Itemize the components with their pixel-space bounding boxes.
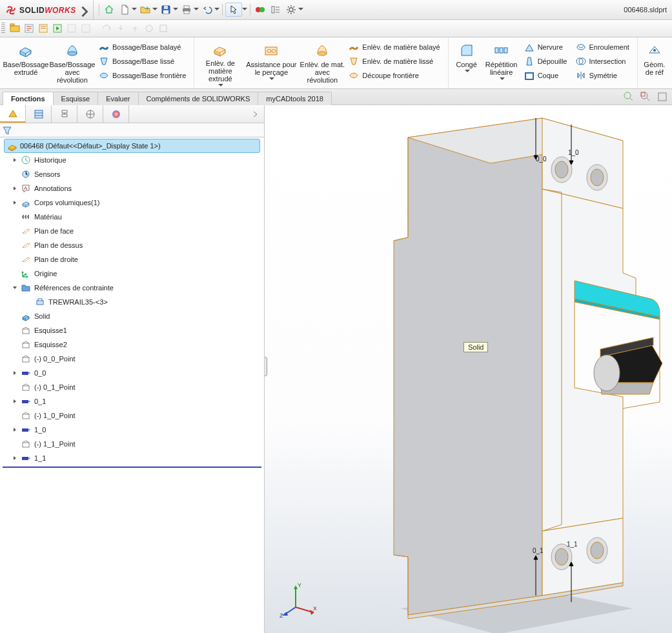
feature-tree[interactable]: 006468 (Défaut<<Défaut>_Display State 1>… <box>0 137 264 633</box>
tab-evaluer[interactable]: Evaluer <box>97 92 138 105</box>
toolbar-grip[interactable] <box>1 23 5 34</box>
intersect-button[interactable]: Intersection <box>574 54 633 68</box>
save-dropdown[interactable] <box>173 6 178 14</box>
tree-item[interactable]: Corps volumiques(1) <box>0 196 264 210</box>
pattern-button[interactable]: Répétition linéaire <box>482 39 521 88</box>
tree-item[interactable]: (-) 1_1_Point <box>0 437 264 451</box>
rebuild-button[interactable] <box>253 3 267 17</box>
tree-item[interactable]: Historique <box>0 153 264 167</box>
undo-button[interactable] <box>200 3 214 17</box>
tree-item[interactable]: Sensors <box>0 167 264 181</box>
graphics-viewport[interactable]: 0_0 1_0 0_1 1_1 Solid Y X Z <box>265 105 672 633</box>
new-dropdown[interactable] <box>132 6 137 14</box>
expand-toggle[interactable] <box>10 184 19 193</box>
tree-item[interactable]: Esquisse2 <box>0 337 264 352</box>
wrap-button[interactable]: Enroulement <box>574 40 633 54</box>
tree-item[interactable]: TREWRAIL35-<3> <box>0 295 264 309</box>
open-dropdown[interactable] <box>152 6 158 14</box>
cut-sweep-button[interactable]: Enlèv. de matière balayé <box>347 40 443 54</box>
tree-item[interactable]: 1_1 <box>0 451 264 465</box>
expand-toggle[interactable] <box>10 283 19 292</box>
mirror-icon <box>576 70 586 81</box>
tree-item[interactable]: Solid <box>0 309 264 323</box>
feature-rollback-bar[interactable] <box>3 467 261 468</box>
tree-item[interactable]: 0_0 <box>0 366 264 380</box>
tree-item[interactable]: Origine <box>0 266 264 281</box>
svg-point-22 <box>272 50 276 52</box>
tree-item[interactable]: (-) 0_1_Point <box>0 380 264 394</box>
tree-item[interactable]: AAnnotations <box>0 181 264 196</box>
home-button[interactable] <box>102 3 116 17</box>
select-button[interactable] <box>225 3 242 17</box>
boss-boundary-button[interactable]: Bossage/Base frontière <box>97 68 190 83</box>
tree-item[interactable]: 1_0 <box>0 423 264 437</box>
draft-button[interactable]: Dépouille <box>522 54 571 68</box>
fm-tab-appearance[interactable] <box>103 105 129 123</box>
filter-icon[interactable] <box>3 126 12 135</box>
boss-revolve-button[interactable]: Base/Bossage avec révolution <box>49 39 96 88</box>
expand-toggle[interactable] <box>10 425 19 434</box>
macro-btn-11 <box>157 22 170 35</box>
panel-splitter-handle[interactable] <box>265 357 267 376</box>
macro-btn-3[interactable] <box>37 22 50 35</box>
tree-item-label: 1_1 <box>34 454 46 462</box>
open-button[interactable] <box>138 3 152 17</box>
fm-tab-config[interactable] <box>52 105 77 123</box>
select-dropdown[interactable] <box>242 6 247 14</box>
options-button[interactable] <box>269 3 283 17</box>
hole-wizard-button[interactable]: Assistance pour le perçage <box>243 39 299 88</box>
boss-loft-button[interactable]: Bossage/Base lissé <box>97 54 190 68</box>
ref-geom-button[interactable]: Géom. de réf <box>640 39 669 88</box>
expand-toggle[interactable] <box>10 454 19 463</box>
tree-item[interactable]: Esquisse1 <box>0 323 264 337</box>
fm-tab-dim[interactable] <box>77 105 103 123</box>
expand-toggle[interactable] <box>10 198 19 207</box>
zoom-area-button[interactable] <box>638 90 653 104</box>
tree-item[interactable]: 0_1 <box>0 394 264 408</box>
fm-tab-tree[interactable] <box>0 105 26 123</box>
fm-tab-more[interactable] <box>129 105 264 123</box>
shell-button[interactable]: Coque <box>522 68 571 83</box>
tab-mycadtools[interactable]: myCADtools 2018 <box>258 92 332 105</box>
cut-loft-icon <box>349 56 359 66</box>
orientation-triad[interactable]: Y X Z <box>278 581 316 620</box>
macro-btn-2[interactable] <box>23 22 36 35</box>
cut-revolve-button[interactable]: Enlèv. de mat. avec révolution <box>299 39 345 88</box>
boss-sweep-button[interactable]: Bossage/Base balayé <box>97 40 190 54</box>
macro-btn-4[interactable] <box>51 22 64 35</box>
tab-fonctions[interactable]: Fonctions <box>3 92 54 105</box>
view-more-button[interactable] <box>655 90 669 104</box>
settings-dropdown[interactable] <box>298 6 303 14</box>
expand-toggle[interactable] <box>10 368 19 377</box>
document-title: 006468.sldprt <box>624 6 672 14</box>
fm-tab-property[interactable] <box>26 105 52 123</box>
fillet-button[interactable]: Congé <box>451 39 482 88</box>
cut-boundary-button[interactable]: Découpe frontière <box>347 68 443 83</box>
undo-dropdown[interactable] <box>214 6 219 14</box>
boss-extrude-button[interactable]: Base/Bossage extrudé <box>3 39 49 88</box>
expand-toggle[interactable] <box>10 397 19 406</box>
new-button[interactable] <box>117 3 132 17</box>
tree-item[interactable]: Références de contrainte <box>0 281 264 295</box>
tree-item[interactable]: Plan de face <box>0 224 264 238</box>
app-menu-button[interactable]: SOLIDWORKS <box>0 0 94 19</box>
save-button[interactable] <box>159 3 173 17</box>
print-button[interactable] <box>179 3 194 17</box>
tree-item[interactable]: Plan de dessus <box>0 238 264 252</box>
macro-btn-1[interactable] <box>8 22 21 35</box>
tree-root-node[interactable]: 006468 (Défaut<<Défaut>_Display State 1>… <box>4 139 260 153</box>
rib-button[interactable]: Nervure <box>522 40 571 54</box>
tree-item[interactable]: (-) 1_0_Point <box>0 408 264 423</box>
expand-toggle[interactable] <box>10 156 19 165</box>
settings-button[interactable] <box>284 3 298 17</box>
tree-item[interactable]: Matériau <box>0 210 264 224</box>
print-dropdown[interactable] <box>194 6 199 14</box>
mirror-button[interactable]: Symétrie <box>574 68 633 83</box>
tree-item[interactable]: (-) 0_0_Point <box>0 352 264 366</box>
zoom-fit-button[interactable] <box>622 90 636 104</box>
tab-esquisse[interactable]: Esquisse <box>53 92 99 105</box>
tab-complements[interactable]: Compléments de SOLIDWORKS <box>138 92 259 105</box>
tree-item[interactable]: Plan de droite <box>0 252 264 266</box>
cut-loft-button[interactable]: Enlèv. de matière lissé <box>347 54 443 68</box>
cut-extrude-button[interactable]: Enlèv. de matière extrudé <box>197 39 243 88</box>
